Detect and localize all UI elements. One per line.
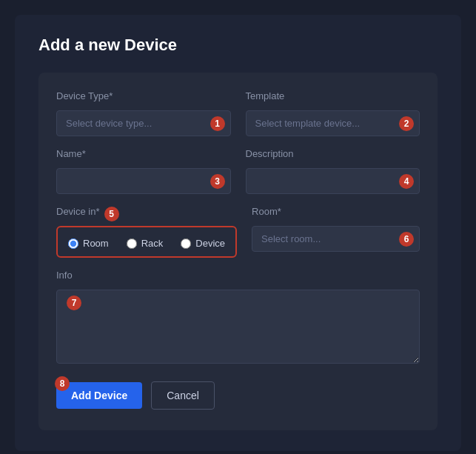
add-button-badge: 8 [55, 376, 70, 391]
device-type-label-row: Device Type* [56, 90, 231, 106]
room-input-wrapper: 6 [252, 226, 420, 252]
device-type-group: Device Type* 1 [56, 90, 231, 136]
row-name-description: Name* 3 Description 4 [56, 148, 420, 194]
name-label: Name* [56, 148, 86, 159]
radio-rack-label: Rack [141, 238, 164, 249]
name-group: Name* 3 [56, 148, 231, 194]
description-group: Description 4 [246, 148, 420, 194]
description-label-row: Description [246, 148, 420, 164]
device-type-input-wrapper: 1 [56, 110, 231, 136]
room-badge: 6 [399, 232, 414, 247]
row-device-in-room: Device in* 5 Room Rack [56, 206, 420, 258]
info-label-row: Info [56, 270, 420, 285]
radio-group: Room Rack Device [68, 238, 225, 249]
description-input[interactable] [246, 168, 420, 194]
radio-rack-input[interactable] [127, 238, 137, 249]
radio-rack[interactable]: Rack [127, 238, 164, 249]
device-in-radio-container: Room Rack Device [56, 226, 237, 258]
radio-room-input[interactable] [68, 238, 78, 249]
device-type-input[interactable] [56, 110, 231, 136]
device-type-label: Device Type* [56, 90, 113, 101]
info-textarea-wrapper: 7 [56, 290, 420, 367]
description-badge: 4 [399, 174, 414, 189]
template-group: Template 2 [246, 90, 420, 136]
add-device-button-label: Add Device [71, 390, 127, 401]
info-badge: 7 [67, 296, 81, 310]
template-input[interactable] [246, 110, 420, 136]
add-device-dialog: Add a new Device Device Type* 1 Template [15, 15, 461, 451]
radio-device[interactable]: Device [181, 238, 225, 249]
name-badge: 3 [210, 174, 225, 189]
room-label: Room* [252, 206, 281, 217]
template-input-wrapper: 2 [246, 110, 420, 136]
add-button-wrapper: Add Device 8 [56, 382, 142, 409]
row-device-type-template: Device Type* 1 Template 2 [56, 90, 420, 136]
device-type-badge: 1 [210, 116, 225, 131]
device-in-label-row: Device in* 5 [56, 206, 237, 221]
template-badge: 2 [399, 116, 414, 131]
name-input-wrapper: 3 [56, 168, 231, 194]
name-label-row: Name* [56, 148, 231, 164]
dialog-title: Add a new Device [38, 36, 438, 55]
room-label-row: Room* [252, 206, 420, 221]
radio-device-input[interactable] [181, 238, 191, 249]
radio-room[interactable]: Room [68, 238, 109, 249]
template-label-row: Template [246, 90, 420, 106]
cancel-button[interactable]: Cancel [151, 381, 215, 410]
radio-device-label: Device [195, 238, 225, 249]
form-card: Device Type* 1 Template 2 [38, 73, 438, 430]
name-input[interactable] [56, 168, 231, 194]
row-info: Info 7 [56, 270, 420, 367]
add-device-button[interactable]: Add Device [56, 382, 142, 409]
device-in-badge: 5 [104, 207, 119, 221]
description-input-wrapper: 4 [246, 168, 420, 194]
info-label: Info [56, 270, 73, 281]
room-group: Room* 6 [252, 206, 420, 258]
device-in-group-wrapper: Device in* 5 Room Rack [56, 206, 237, 258]
room-input[interactable] [252, 226, 420, 252]
footer-row: Add Device 8 Cancel [56, 381, 420, 410]
info-textarea[interactable] [56, 290, 420, 364]
template-label: Template [246, 90, 285, 101]
cancel-button-label: Cancel [167, 390, 199, 401]
device-in-label: Device in* [56, 206, 100, 217]
info-group: Info 7 [56, 270, 420, 367]
radio-room-label: Room [83, 238, 109, 249]
description-label: Description [246, 148, 294, 159]
